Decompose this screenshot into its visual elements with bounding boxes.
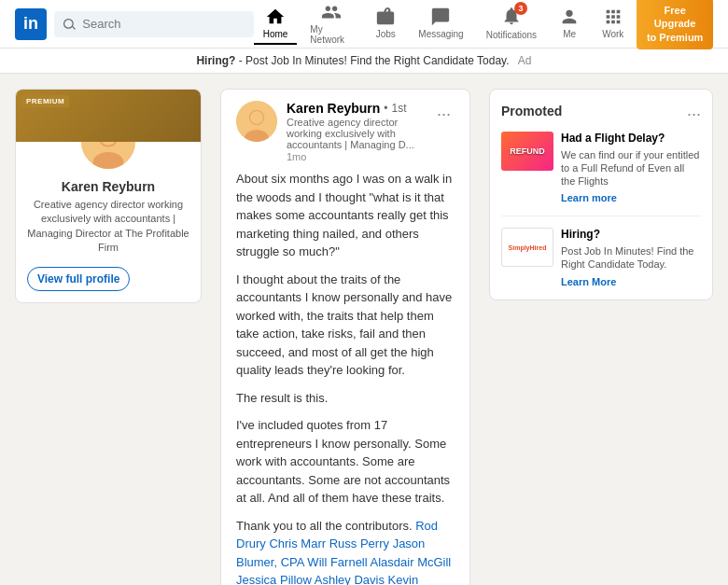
promoted-card: Promoted ... REFUND Had a Flight Delay? …	[489, 89, 713, 300]
home-icon	[265, 7, 286, 27]
post-avatar-image	[236, 101, 277, 142]
linkedin-logo: in	[15, 8, 47, 40]
post-author-line: Karen Reyburn • 1st	[287, 101, 424, 116]
premium-upgrade-button[interactable]: Free Upgrade to Premium	[637, 0, 713, 49]
right-sidebar: Promoted ... REFUND Had a Flight Delay? …	[489, 89, 713, 585]
promoted-title: Promoted	[501, 104, 562, 118]
promo-item-2: SimplyHired Hiring? Post Job In Minutes!…	[501, 228, 701, 287]
promo-item-1-learn-more[interactable]: Learn more	[561, 192, 617, 203]
premium-badge: PREMIUM	[21, 95, 69, 107]
svg-point-7	[250, 111, 263, 124]
promo-item-1-image: REFUND	[501, 132, 553, 171]
post-more-button[interactable]: ...	[433, 101, 455, 120]
nav-item-jobs[interactable]: Jobs	[366, 3, 405, 45]
nav-item-home[interactable]: Home	[254, 3, 298, 45]
promoted-header: Promoted ...	[501, 101, 701, 120]
promo-item-1-title: Had a Flight Delay?	[561, 132, 701, 146]
messaging-icon	[430, 7, 451, 27]
view-full-profile-button[interactable]: View full profile	[27, 267, 130, 291]
post-author-name: Karen Reyburn	[287, 101, 380, 116]
post-time: 1mo	[287, 151, 424, 162]
post-paragraph-1: About six months ago I was on a walk in …	[236, 170, 455, 261]
nav-item-messaging[interactable]: Messaging	[409, 3, 472, 45]
search-input[interactable]	[82, 17, 244, 31]
top-nav: in Home My Network Jobs Messaging 3	[0, 0, 728, 49]
nav-work-label: Work	[602, 29, 623, 39]
nav-me-label: Me	[563, 29, 576, 39]
ad-label: Ad	[518, 54, 532, 67]
promo-item-1-desc: We can find our if your entitled to a Fu…	[561, 148, 701, 188]
feed: Karen Reyburn • 1st Creative agency dire…	[220, 89, 470, 585]
nav-notifications-label: Notifications	[486, 30, 537, 40]
network-icon	[321, 2, 342, 22]
post-paragraph-2: I thought about the traits of the accoun…	[236, 271, 455, 380]
post-paragraph-3: The result is this.	[236, 389, 455, 408]
nav-item-me[interactable]: Me	[550, 3, 589, 45]
svg-point-2	[93, 152, 124, 172]
main-layout: PREMIUM Karen Reyburn Creative agency di…	[0, 89, 728, 585]
promo-item-2-learn-more[interactable]: Learn More	[561, 276, 616, 287]
post-paragraph-4: I've included quotes from 17 entrepreneu…	[236, 416, 455, 508]
profile-card-bg: PREMIUM	[16, 90, 201, 142]
promo-item-2-title: Hiring?	[561, 228, 701, 243]
grid-icon	[603, 7, 623, 27]
post-connection: •	[384, 102, 387, 115]
notification-count: 3	[514, 2, 527, 15]
hiring-bold: Hiring?	[196, 54, 235, 67]
promo-item-2-desc: Post Job In Minutes! Find the Right Cand…	[561, 244, 701, 272]
post-card: Karen Reyburn • 1st Creative agency dire…	[220, 89, 470, 585]
promo-img-2-text: SimplyHired	[507, 243, 549, 253]
search-bar[interactable]	[54, 11, 254, 37]
post-connection-degree: 1st	[392, 102, 407, 115]
nav-jobs-label: Jobs	[376, 29, 396, 39]
person-icon	[559, 7, 580, 27]
hiring-text: - Post Job In Minutes! Find the Right Ca…	[235, 54, 509, 67]
nav-item-notifications[interactable]: 3 Notifications	[477, 2, 546, 46]
nav-item-network[interactable]: My Network	[301, 0, 362, 50]
promo-item-1: REFUND Had a Flight Delay? We can find o…	[501, 132, 701, 216]
promoted-more-button[interactable]: ...	[687, 101, 701, 120]
search-icon	[63, 17, 77, 32]
post-author-avatar	[236, 101, 277, 142]
post-body: About six months ago I was on a walk in …	[221, 170, 469, 585]
post-author-subtitle: Creative agency director working exclusi…	[287, 117, 424, 150]
nav-home-label: Home	[263, 29, 288, 39]
promo-item-2-content: Hiring? Post Job In Minutes! Find the Ri…	[561, 228, 701, 287]
post-meta: Karen Reyburn • 1st Creative agency dire…	[287, 101, 424, 162]
hiring-banner: Hiring? - Post Job In Minutes! Find the …	[0, 49, 728, 74]
profile-title: Creative agency director working exclusi…	[16, 194, 201, 267]
left-sidebar: PREMIUM Karen Reyburn Creative agency di…	[15, 89, 202, 585]
profile-card: PREMIUM Karen Reyburn Creative agency di…	[15, 89, 202, 303]
promo-img-1-text: REFUND	[510, 146, 545, 156]
nav-item-work[interactable]: Work	[593, 3, 633, 45]
nav-items: Home My Network Jobs Messaging 3 Notific…	[254, 0, 713, 50]
post-paragraph-5: Thank you to all the contributors. Rod D…	[236, 517, 455, 586]
nav-messaging-label: Messaging	[418, 29, 463, 39]
nav-network-label: My Network	[310, 24, 353, 45]
notification-badge-container: 3	[501, 6, 522, 28]
post-header: Karen Reyburn • 1st Creative agency dire…	[221, 90, 469, 170]
promo-item-1-content: Had a Flight Delay? We can find our if y…	[561, 132, 701, 204]
promo-item-2-image: SimplyHired	[501, 228, 553, 267]
profile-name: Karen Reyburn	[16, 179, 201, 194]
jobs-icon	[375, 7, 396, 27]
